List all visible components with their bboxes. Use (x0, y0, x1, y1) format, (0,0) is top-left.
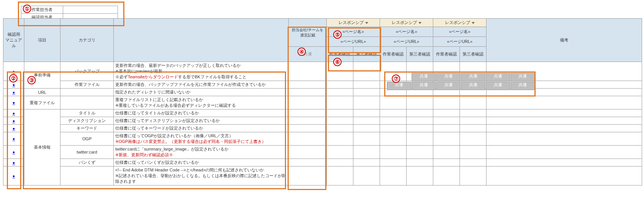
manual-link[interactable]: ● (13, 100, 15, 105)
manual-link-cell[interactable]: ● (3, 81, 24, 89)
team-cell[interactable] (289, 109, 327, 117)
check-cell[interactable] (433, 117, 460, 125)
check-cell[interactable] (353, 159, 380, 166)
common-button[interactable]: 共通 (412, 73, 436, 81)
check-cell[interactable] (380, 117, 407, 125)
manual-link-cell[interactable]: ● (3, 89, 24, 96)
check-cell[interactable] (327, 109, 353, 117)
manual-link[interactable]: ● (13, 150, 15, 154)
manual-link-cell[interactable]: ● (3, 132, 24, 146)
check-cell[interactable] (460, 96, 487, 109)
check-cell[interactable] (327, 166, 353, 185)
check-cell[interactable] (327, 132, 353, 146)
manual-link[interactable]: ● (13, 119, 15, 123)
manual-link-cell[interactable]: ● (3, 62, 24, 81)
check-cell[interactable] (433, 146, 460, 159)
team-cell[interactable] (289, 62, 327, 81)
remarks-cell[interactable] (487, 159, 642, 166)
remarks-cell[interactable] (487, 132, 642, 146)
manual-link-cell[interactable]: ● (3, 159, 24, 166)
check-cell[interactable] (353, 117, 380, 125)
manual-link[interactable]: ● (13, 174, 15, 178)
check-cell[interactable] (380, 109, 407, 117)
check-cell[interactable] (353, 109, 380, 117)
responsive-header-2[interactable]: レスポンシブ (380, 19, 433, 27)
check-cell[interactable] (407, 117, 433, 125)
check-cell[interactable] (353, 166, 380, 185)
team-cell[interactable] (289, 166, 327, 185)
common-button[interactable]: 共通 (461, 82, 485, 90)
page-url-3[interactable]: «ページURL» (433, 37, 487, 47)
team-cell[interactable] (289, 117, 327, 125)
manual-link[interactable]: ● (13, 90, 15, 95)
remarks-cell[interactable] (487, 125, 642, 132)
check-cell[interactable] (460, 125, 487, 132)
team-cell[interactable] (289, 146, 327, 159)
common-button[interactable]: 共通 (486, 73, 510, 81)
check-cell[interactable] (353, 81, 380, 89)
check-cell[interactable] (407, 132, 433, 146)
check-cell[interactable] (380, 125, 407, 132)
manual-link[interactable]: ● (13, 126, 15, 131)
check-cell[interactable] (460, 146, 487, 159)
manual-link-cell[interactable]: ● (3, 96, 24, 109)
check-cell[interactable] (327, 125, 353, 132)
team-cell[interactable] (289, 125, 327, 132)
check-cell[interactable] (380, 159, 407, 166)
check-cell[interactable] (433, 96, 460, 109)
check-cell[interactable] (353, 146, 380, 159)
work-assignee-value[interactable] (63, 6, 118, 14)
manual-link-cell[interactable]: ● (3, 166, 24, 185)
common-button[interactable]: 共通 (436, 73, 461, 81)
check-cell[interactable] (460, 117, 487, 125)
check-cell[interactable] (353, 96, 380, 109)
check-cell[interactable] (380, 166, 407, 185)
common-button[interactable]: 共通 (510, 82, 535, 90)
manual-link[interactable]: ● (13, 111, 15, 116)
team-cell[interactable] (289, 96, 327, 109)
check-cell[interactable] (407, 159, 433, 166)
check-cell[interactable] (460, 132, 487, 146)
remarks-cell[interactable] (487, 166, 642, 185)
page-name-3[interactable]: «ページ名» (433, 27, 487, 37)
check-cell[interactable] (353, 89, 380, 96)
check-cell[interactable] (460, 166, 487, 185)
team-cell[interactable] (289, 159, 327, 166)
team-cell[interactable] (289, 81, 327, 89)
manual-link-cell[interactable]: ● (3, 117, 24, 125)
check-cell[interactable] (407, 109, 433, 117)
manual-link[interactable]: ● (13, 82, 15, 87)
page-url-1[interactable]: «ページURL» (327, 37, 380, 47)
page-name-1[interactable]: «ページ名» (327, 27, 380, 37)
common-button[interactable]: 共通 (461, 73, 485, 81)
remarks-cell[interactable] (487, 117, 642, 125)
manual-link[interactable]: ● (13, 69, 15, 74)
common-button[interactable]: 共通 (412, 82, 436, 90)
check-cell[interactable] (380, 96, 407, 109)
check-cell[interactable] (407, 96, 433, 109)
check-cell[interactable] (433, 125, 460, 132)
check-cell[interactable] (380, 146, 407, 159)
remarks-cell[interactable] (487, 109, 642, 117)
check-cell[interactable] (433, 109, 460, 117)
check-cell[interactable] (433, 132, 460, 146)
common-button[interactable]: 共通 (436, 82, 461, 90)
common-button[interactable]: 共通 (486, 82, 510, 90)
manual-link[interactable]: ● (13, 160, 15, 165)
check-cell[interactable] (327, 62, 353, 81)
page-name-2[interactable]: «ページ名» (380, 27, 433, 37)
check-cell[interactable] (407, 166, 433, 185)
manual-link-cell[interactable]: ● (3, 146, 24, 159)
check-cell[interactable] (433, 159, 460, 166)
page-url-2[interactable]: «ページURL» (380, 37, 433, 47)
check-cell[interactable] (353, 125, 380, 132)
check-cell[interactable] (380, 132, 407, 146)
check-cell[interactable] (327, 146, 353, 159)
check-cell[interactable] (327, 89, 353, 96)
check-cell[interactable] (353, 132, 380, 146)
responsive-header-1[interactable]: レスポンシブ (327, 19, 380, 27)
team-cell[interactable] (289, 89, 327, 96)
check-cell[interactable] (460, 109, 487, 117)
check-cell[interactable] (460, 159, 487, 166)
common-button[interactable]: 共通 (510, 73, 535, 81)
